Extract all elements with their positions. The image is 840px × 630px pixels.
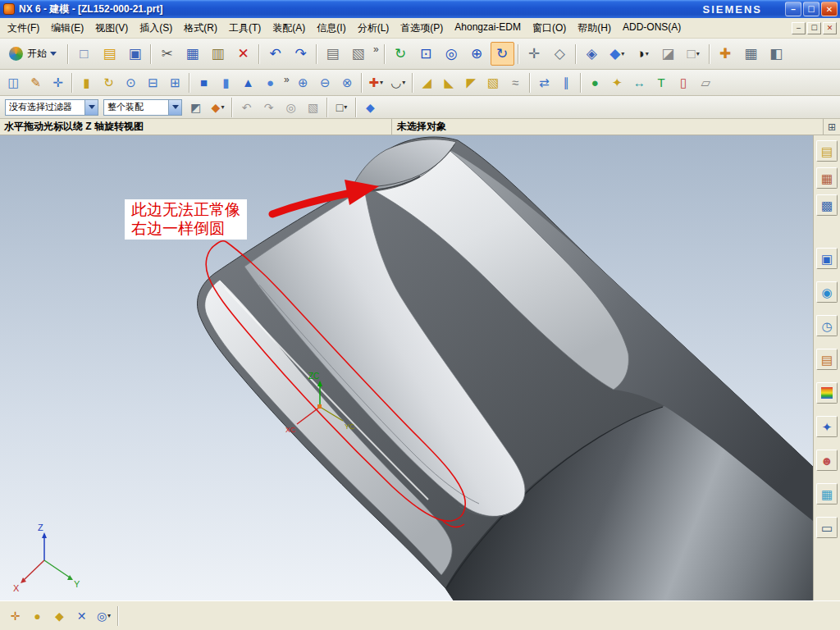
document-restore-button[interactable]: ☐	[807, 22, 821, 34]
cone-icon[interactable]: ▲	[238, 72, 258, 93]
document-minimize-button[interactable]: –	[792, 22, 806, 34]
marquee-select-icon[interactable]: □▾	[331, 97, 352, 117]
restore-selection-icon[interactable]: ↷	[258, 97, 279, 117]
sidebar-touch-panel-icon[interactable]: ▭	[816, 517, 838, 538]
cylinder-icon[interactable]: ▮	[216, 72, 236, 93]
clipboard-icon[interactable]: ▧	[346, 42, 370, 66]
graphics-canvas[interactable]: ZC YC XC Z X Y	[0, 135, 813, 600]
menu-format[interactable]: 格式(R)	[178, 18, 223, 39]
copy-icon[interactable]: ▦	[180, 42, 204, 66]
unite-icon[interactable]: ⊕	[293, 72, 313, 93]
hexagon-feature-icon[interactable]: ●	[585, 72, 605, 93]
menu-edit[interactable]: 编辑(E)	[45, 18, 89, 39]
menu-addons[interactable]: ADD-ONS(A)	[617, 18, 687, 39]
minimize-button[interactable]: –	[785, 2, 801, 16]
sidebar-part-navigator-icon[interactable]: ▩	[816, 194, 838, 216]
sphere-icon[interactable]: ●	[260, 72, 281, 93]
chamfer-icon[interactable]: ◣	[439, 72, 459, 93]
shell-icon[interactable]: ▧	[483, 72, 504, 93]
pipe-icon[interactable]: ▱	[696, 72, 716, 93]
end-point-icon[interactable]: ●	[27, 605, 48, 626]
zoom-box-icon[interactable]: ◎	[440, 42, 463, 66]
sidebar-assembly-navigator-icon[interactable]: ▤	[816, 140, 838, 162]
sidebar-part-list-icon[interactable]: ▤	[816, 349, 838, 370]
point-dialog-icon-dropdown[interactable]: ▾	[380, 79, 383, 86]
sidebar-hd3d-tools-icon[interactable]: ◉	[816, 281, 838, 303]
marquee-select-icon-dropdown[interactable]: ▾	[344, 103, 347, 111]
snap-toggle-icon[interactable]: ◩	[185, 97, 206, 117]
dimension-icon[interactable]: ↔	[629, 72, 650, 93]
menu-preferences[interactable]: 首选项(P)	[395, 18, 449, 39]
sidebar-system-scenes-icon[interactable]: ▦	[816, 483, 838, 504]
sidebar-history-icon[interactable]: ◷	[816, 315, 838, 336]
sidebar-reuse-library-icon[interactable]: ▣	[816, 248, 838, 269]
grid-icon[interactable]: ▦	[739, 42, 763, 66]
highlight-selection-icon[interactable]: ▧	[303, 97, 323, 117]
orient-view-icon[interactable]: ◇	[548, 42, 572, 66]
maximize-button[interactable]: ☐	[803, 2, 819, 16]
shaded-view-icon-dropdown[interactable]: ▾	[621, 50, 624, 57]
pad-icon[interactable]: ⊞	[165, 72, 185, 93]
sidebar-wizards-icon[interactable]: ✦	[816, 416, 838, 437]
sketch-icon[interactable]: ✎	[25, 72, 46, 93]
close-button[interactable]: ✕	[821, 2, 838, 16]
cut-icon[interactable]: ✂	[155, 42, 179, 66]
background-icon-dropdown[interactable]: ▾	[696, 50, 700, 57]
menu-insert[interactable]: 插入(S)	[134, 18, 178, 39]
menu-view[interactable]: 视图(V)	[89, 18, 134, 39]
toolbar-overflow-chevron[interactable]: »	[373, 42, 379, 55]
datum-csys-icon[interactable]: ✛	[48, 72, 68, 93]
rotate-view-icon[interactable]: ↻	[491, 42, 514, 66]
undo-icon[interactable]: ↶	[263, 42, 287, 66]
start-button[interactable]: 开始	[2, 42, 63, 66]
render-style-icon-dropdown[interactable]: ▾	[646, 50, 649, 57]
tile-layout-icon[interactable]: ⊞	[824, 119, 840, 135]
revolve-icon[interactable]: ↻	[98, 72, 119, 93]
intersection-point-icon[interactable]: ✕	[71, 605, 92, 626]
save-icon[interactable]: ▣	[123, 42, 147, 66]
document-close-button[interactable]: ✕	[823, 22, 837, 34]
thread-icon[interactable]: ≈	[505, 72, 526, 93]
arc-icon[interactable]: ◡▾	[388, 72, 409, 93]
plot-icon[interactable]: ▤	[321, 42, 345, 66]
point-dialog-icon[interactable]: ✚▾	[366, 72, 386, 93]
selection-scope-dropdown[interactable]	[168, 100, 181, 115]
instance-feature-icon[interactable]: ⇄	[534, 72, 555, 93]
menu-information[interactable]: 信息(I)	[311, 18, 351, 39]
redo-icon[interactable]: ↷	[289, 42, 313, 66]
arc-center-icon-dropdown[interactable]: ▾	[107, 612, 111, 619]
face-analysis-icon[interactable]: ◪	[656, 42, 680, 66]
pocket-icon[interactable]: ⊟	[143, 72, 163, 93]
menu-help[interactable]: 帮助(H)	[572, 18, 617, 39]
delete-icon[interactable]: ✕	[231, 42, 255, 66]
show-shaded-icon[interactable]: ◆	[360, 97, 381, 117]
shaded-view-icon[interactable]: ◆▾	[605, 42, 629, 66]
menu-ahongzai-edm[interactable]: Ahongzai-EDM	[449, 18, 527, 39]
paste-icon[interactable]: ▥	[206, 42, 230, 66]
snap-point-enable-icon[interactable]: ✛	[5, 605, 25, 626]
mirror-feature-icon[interactable]: ∥	[556, 72, 577, 93]
wcs-display-icon[interactable]: ◧	[765, 42, 788, 66]
intersect-icon[interactable]: ⊗	[337, 72, 358, 93]
general-selection-icon-dropdown[interactable]: ▾	[221, 103, 224, 111]
fit-view-icon[interactable]: ⊡	[414, 42, 438, 66]
render-style-icon[interactable]: ◑▾	[631, 42, 655, 66]
selection-scope-combo[interactable]: 整个装配	[103, 99, 182, 116]
toolbar-overflow-chevron[interactable]: »	[284, 72, 290, 85]
selection-filter-combo[interactable]: 没有选择过滤器	[5, 99, 98, 116]
title-bar[interactable]: NX 6 - 建模 - [ZL152-000-21.prt] SIEMENS –…	[0, 0, 840, 18]
background-icon[interactable]: □▾	[682, 42, 705, 66]
general-selection-icon[interactable]: ◆▾	[208, 97, 228, 117]
pan-view-icon[interactable]: ✛	[523, 42, 546, 66]
datum-plane-icon[interactable]: ◫	[3, 72, 24, 93]
menu-assemblies[interactable]: 装配(A)	[267, 18, 311, 39]
sidebar-process-studio-icon[interactable]	[816, 382, 838, 404]
sidebar-roles-icon[interactable]: ☻	[816, 450, 838, 471]
draft-icon[interactable]: ◤	[461, 72, 482, 93]
snap-point-icon[interactable]: ✚	[714, 42, 737, 66]
graphics-window[interactable]: ZC YC XC Z X Y 此边无法正常像 右边一样倒圆	[0, 135, 813, 600]
trimetric-view-icon[interactable]: ◈	[580, 42, 604, 66]
sidebar-constraint-navigator-icon[interactable]: ▦	[816, 167, 838, 189]
mid-point-icon[interactable]: ◆	[49, 605, 70, 626]
tube-icon[interactable]: ▯	[673, 72, 694, 93]
